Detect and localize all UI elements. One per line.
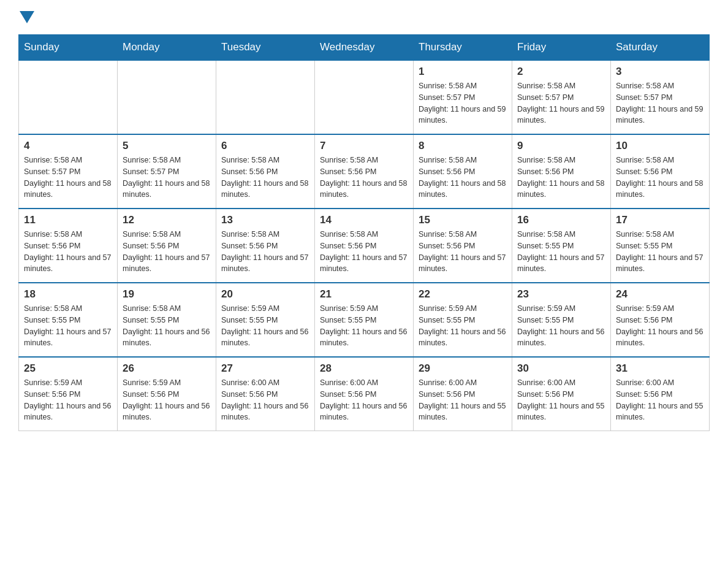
day-number: 16 xyxy=(517,214,605,226)
calendar-cell: 25Sunrise: 5:59 AMSunset: 5:56 PMDayligh… xyxy=(19,357,118,431)
day-of-week-header: Wednesday xyxy=(315,35,414,61)
day-info: Sunrise: 5:58 AMSunset: 5:57 PMDaylight:… xyxy=(24,155,112,201)
day-info: Sunrise: 5:58 AMSunset: 5:55 PMDaylight:… xyxy=(24,303,112,349)
page-header xyxy=(18,12,710,22)
day-number: 21 xyxy=(320,288,408,301)
day-number: 23 xyxy=(517,288,605,301)
day-number: 4 xyxy=(24,140,112,152)
day-number: 9 xyxy=(517,140,605,152)
day-info: Sunrise: 5:59 AMSunset: 5:55 PMDaylight:… xyxy=(419,303,507,349)
day-info: Sunrise: 5:59 AMSunset: 5:56 PMDaylight:… xyxy=(24,377,112,423)
day-info: Sunrise: 5:58 AMSunset: 5:55 PMDaylight:… xyxy=(616,229,704,275)
calendar-cell: 7Sunrise: 5:58 AMSunset: 5:56 PMDaylight… xyxy=(315,134,414,209)
day-number: 31 xyxy=(616,362,704,375)
day-number: 18 xyxy=(24,288,112,301)
day-info: Sunrise: 5:58 AMSunset: 5:56 PMDaylight:… xyxy=(320,229,408,275)
day-info: Sunrise: 6:00 AMSunset: 5:56 PMDaylight:… xyxy=(616,377,704,423)
calendar-cell: 9Sunrise: 5:58 AMSunset: 5:56 PMDaylight… xyxy=(512,134,611,209)
calendar-cell: 11Sunrise: 5:58 AMSunset: 5:56 PMDayligh… xyxy=(19,209,118,283)
day-of-week-header: Monday xyxy=(118,35,216,61)
day-number: 8 xyxy=(419,140,507,152)
calendar-cell: 16Sunrise: 5:58 AMSunset: 5:55 PMDayligh… xyxy=(512,209,611,283)
day-info: Sunrise: 6:00 AMSunset: 5:56 PMDaylight:… xyxy=(517,377,605,423)
calendar-cell: 15Sunrise: 5:58 AMSunset: 5:56 PMDayligh… xyxy=(414,209,512,283)
day-number: 14 xyxy=(320,214,408,226)
day-info: Sunrise: 5:59 AMSunset: 5:55 PMDaylight:… xyxy=(221,303,309,349)
day-info: Sunrise: 5:58 AMSunset: 5:56 PMDaylight:… xyxy=(123,229,211,275)
day-info: Sunrise: 5:58 AMSunset: 5:56 PMDaylight:… xyxy=(419,155,507,201)
day-number: 17 xyxy=(616,214,704,226)
day-info: Sunrise: 6:00 AMSunset: 5:56 PMDaylight:… xyxy=(320,377,408,423)
calendar-cell: 24Sunrise: 5:59 AMSunset: 5:56 PMDayligh… xyxy=(611,283,710,357)
calendar-cell: 20Sunrise: 5:59 AMSunset: 5:55 PMDayligh… xyxy=(216,283,315,357)
day-of-week-header: Thursday xyxy=(414,35,512,61)
day-number: 28 xyxy=(320,362,408,375)
day-info: Sunrise: 5:58 AMSunset: 5:55 PMDaylight:… xyxy=(517,229,605,275)
day-info: Sunrise: 5:58 AMSunset: 5:57 PMDaylight:… xyxy=(517,80,605,126)
day-info: Sunrise: 5:58 AMSunset: 5:56 PMDaylight:… xyxy=(517,155,605,201)
day-info: Sunrise: 5:59 AMSunset: 5:56 PMDaylight:… xyxy=(616,303,704,349)
day-number: 10 xyxy=(616,140,704,152)
day-number: 2 xyxy=(517,66,605,78)
calendar-table: SundayMondayTuesdayWednesdayThursdayFrid… xyxy=(18,34,710,431)
day-number: 5 xyxy=(123,140,211,152)
days-header-row: SundayMondayTuesdayWednesdayThursdayFrid… xyxy=(19,35,710,61)
day-of-week-header: Tuesday xyxy=(216,35,315,61)
calendar-cell: 14Sunrise: 5:58 AMSunset: 5:56 PMDayligh… xyxy=(315,209,414,283)
calendar-cell: 21Sunrise: 5:59 AMSunset: 5:55 PMDayligh… xyxy=(315,283,414,357)
day-info: Sunrise: 5:58 AMSunset: 5:57 PMDaylight:… xyxy=(123,155,211,201)
calendar-cell: 4Sunrise: 5:58 AMSunset: 5:57 PMDaylight… xyxy=(19,134,118,209)
day-number: 25 xyxy=(24,362,112,375)
calendar-cell: 22Sunrise: 5:59 AMSunset: 5:55 PMDayligh… xyxy=(414,283,512,357)
calendar-cell: 30Sunrise: 6:00 AMSunset: 5:56 PMDayligh… xyxy=(512,357,611,431)
day-info: Sunrise: 5:58 AMSunset: 5:55 PMDaylight:… xyxy=(123,303,211,349)
day-number: 13 xyxy=(221,214,309,226)
day-info: Sunrise: 5:59 AMSunset: 5:56 PMDaylight:… xyxy=(123,377,211,423)
week-row: 18Sunrise: 5:58 AMSunset: 5:55 PMDayligh… xyxy=(19,283,710,357)
day-of-week-header: Sunday xyxy=(19,35,118,61)
day-number: 12 xyxy=(123,214,211,226)
day-number: 11 xyxy=(24,214,112,226)
calendar-cell: 18Sunrise: 5:58 AMSunset: 5:55 PMDayligh… xyxy=(19,283,118,357)
calendar-cell: 31Sunrise: 6:00 AMSunset: 5:56 PMDayligh… xyxy=(611,357,710,431)
calendar-cell: 23Sunrise: 5:59 AMSunset: 5:55 PMDayligh… xyxy=(512,283,611,357)
day-number: 1 xyxy=(419,66,507,78)
logo-triangle-icon xyxy=(20,11,34,23)
day-info: Sunrise: 5:59 AMSunset: 5:55 PMDaylight:… xyxy=(517,303,605,349)
day-of-week-header: Friday xyxy=(512,35,611,61)
day-info: Sunrise: 5:58 AMSunset: 5:56 PMDaylight:… xyxy=(24,229,112,275)
day-number: 30 xyxy=(517,362,605,375)
day-info: Sunrise: 5:58 AMSunset: 5:56 PMDaylight:… xyxy=(419,229,507,275)
calendar-cell xyxy=(118,60,216,134)
day-number: 29 xyxy=(419,362,507,375)
day-number: 7 xyxy=(320,140,408,152)
week-row: 4Sunrise: 5:58 AMSunset: 5:57 PMDaylight… xyxy=(19,134,710,209)
day-info: Sunrise: 5:58 AMSunset: 5:56 PMDaylight:… xyxy=(221,155,309,201)
week-row: 25Sunrise: 5:59 AMSunset: 5:56 PMDayligh… xyxy=(19,357,710,431)
day-number: 22 xyxy=(419,288,507,301)
day-number: 3 xyxy=(616,66,704,78)
day-number: 20 xyxy=(221,288,309,301)
calendar-cell: 19Sunrise: 5:58 AMSunset: 5:55 PMDayligh… xyxy=(118,283,216,357)
calendar-cell: 1Sunrise: 5:58 AMSunset: 5:57 PMDaylight… xyxy=(414,60,512,134)
day-number: 26 xyxy=(123,362,211,375)
day-info: Sunrise: 5:59 AMSunset: 5:55 PMDaylight:… xyxy=(320,303,408,349)
calendar-cell: 10Sunrise: 5:58 AMSunset: 5:56 PMDayligh… xyxy=(611,134,710,209)
calendar-cell: 5Sunrise: 5:58 AMSunset: 5:57 PMDaylight… xyxy=(118,134,216,209)
calendar-cell xyxy=(315,60,414,134)
day-info: Sunrise: 5:58 AMSunset: 5:57 PMDaylight:… xyxy=(616,80,704,126)
calendar-cell: 12Sunrise: 5:58 AMSunset: 5:56 PMDayligh… xyxy=(118,209,216,283)
day-number: 27 xyxy=(221,362,309,375)
day-info: Sunrise: 5:58 AMSunset: 5:57 PMDaylight:… xyxy=(419,80,507,126)
day-number: 6 xyxy=(221,140,309,152)
day-info: Sunrise: 6:00 AMSunset: 5:56 PMDaylight:… xyxy=(221,377,309,423)
calendar-cell: 28Sunrise: 6:00 AMSunset: 5:56 PMDayligh… xyxy=(315,357,414,431)
calendar-cell: 2Sunrise: 5:58 AMSunset: 5:57 PMDaylight… xyxy=(512,60,611,134)
calendar-cell: 8Sunrise: 5:58 AMSunset: 5:56 PMDaylight… xyxy=(414,134,512,209)
week-row: 11Sunrise: 5:58 AMSunset: 5:56 PMDayligh… xyxy=(19,209,710,283)
day-info: Sunrise: 5:58 AMSunset: 5:56 PMDaylight:… xyxy=(221,229,309,275)
calendar-cell: 3Sunrise: 5:58 AMSunset: 5:57 PMDaylight… xyxy=(611,60,710,134)
calendar-cell: 27Sunrise: 6:00 AMSunset: 5:56 PMDayligh… xyxy=(216,357,315,431)
calendar-cell: 13Sunrise: 5:58 AMSunset: 5:56 PMDayligh… xyxy=(216,209,315,283)
day-number: 24 xyxy=(616,288,704,301)
